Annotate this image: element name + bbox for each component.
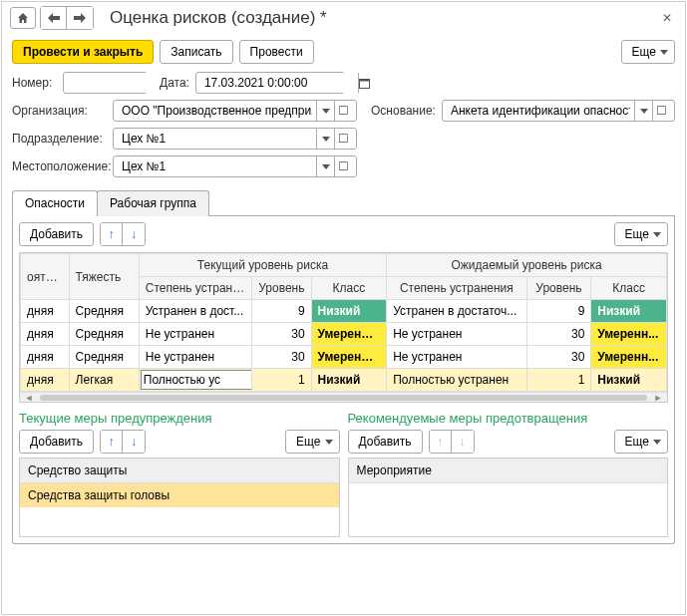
right-move-down-button[interactable]: ↓: [452, 431, 474, 453]
recommended-measures-title: Рекомендуемые меры предотвращения: [348, 411, 669, 426]
dept-label: Подразделение:: [12, 132, 107, 146]
right-move-up-button[interactable]: ↑: [430, 431, 452, 453]
arrow-right-icon: [74, 13, 86, 23]
recommended-measures-list[interactable]: Мероприятие: [348, 458, 669, 537]
loc-label: Местоположение:: [12, 159, 107, 173]
horizontal-scrollbar[interactable]: ◄ ►: [20, 392, 667, 402]
arrow-up-icon: ↑: [109, 227, 115, 241]
open-icon: ☐: [656, 104, 667, 118]
date-label: Дата:: [160, 76, 189, 90]
table-row[interactable]: дняяСредняяНе устранен30УмеренныйНе устр…: [21, 323, 667, 346]
basis-label: Основание:: [371, 104, 436, 118]
left-more-button[interactable]: Еще: [285, 430, 339, 454]
dept-open-button[interactable]: ☐: [334, 129, 352, 149]
org-open-button[interactable]: ☐: [334, 101, 352, 121]
col-exp-level: Уровень: [526, 277, 591, 300]
close-button[interactable]: ✕: [657, 8, 677, 28]
left-list-header: Средство защиты: [20, 459, 339, 483]
table-row[interactable]: дняяСредняяНе устранен30УмеренныйНе устр…: [21, 346, 667, 369]
left-move-down-button[interactable]: ↓: [123, 431, 145, 453]
basis-dropdown-button[interactable]: [634, 101, 652, 121]
more-button[interactable]: Еще: [621, 40, 675, 64]
grid-add-button[interactable]: Добавить: [19, 222, 94, 246]
chevron-down-icon: [325, 440, 333, 445]
mitigation-editor[interactable]: [141, 370, 252, 390]
chevron-down-icon: [322, 109, 330, 114]
arrow-left-icon: [48, 13, 60, 23]
scroll-left-icon[interactable]: ◄: [22, 393, 36, 403]
right-add-button[interactable]: Добавить: [348, 430, 423, 454]
chevron-down-icon: [653, 440, 661, 445]
left-move-up-button[interactable]: ↑: [101, 431, 123, 453]
chevron-down-icon: [653, 232, 661, 237]
col-exp-class: Класс: [591, 277, 667, 300]
chevron-down-icon: [660, 50, 668, 55]
org-label: Организация:: [12, 104, 107, 118]
right-more-button[interactable]: Еще: [614, 430, 668, 454]
grid-more-button[interactable]: Еще: [614, 222, 668, 246]
col-curr-level: Уровень: [252, 277, 311, 300]
close-icon: ✕: [662, 11, 672, 25]
scroll-thumb[interactable]: [40, 395, 647, 401]
table-row[interactable]: дняяЛегкая1НизкийПолностью устранен1Низк…: [21, 369, 667, 392]
open-icon: ☐: [338, 104, 349, 118]
list-item[interactable]: Средства защиты головы: [20, 483, 339, 507]
nav-group: [40, 6, 94, 30]
col-exp-mitig: Степень устранения: [387, 277, 526, 300]
col-severity: Тяжесть: [69, 254, 139, 300]
basis-input[interactable]: ☐: [442, 100, 675, 122]
open-icon: ☐: [338, 132, 349, 146]
dept-dropdown-button[interactable]: [316, 129, 334, 149]
col-expected-group: Ожидаемый уровень риска: [387, 254, 667, 277]
basis-open-button[interactable]: ☐: [652, 101, 670, 121]
arrow-down-icon: ↓: [460, 435, 466, 449]
post-button[interactable]: Провести: [239, 40, 314, 64]
tab-workgroup[interactable]: Рабочая группа: [97, 190, 209, 216]
chevron-down-icon: [322, 137, 330, 142]
dept-input[interactable]: ☐: [113, 128, 357, 150]
arrow-up-icon: ↑: [437, 435, 443, 449]
scroll-right-icon[interactable]: ►: [651, 393, 665, 403]
save-button[interactable]: Записать: [160, 40, 232, 64]
arrow-down-icon: ↓: [131, 227, 137, 241]
arrow-up-icon: ↑: [109, 435, 115, 449]
org-dropdown-button[interactable]: [316, 101, 334, 121]
risk-grid[interactable]: оятно... Тяжесть Текущий уровень риска О…: [19, 252, 668, 403]
svg-rect-1: [359, 79, 369, 81]
forward-button[interactable]: [67, 7, 93, 29]
loc-input[interactable]: ☐: [113, 155, 357, 177]
current-measures-title: Текущие меры предупреждения: [19, 411, 340, 426]
left-add-button[interactable]: Добавить: [19, 430, 94, 454]
col-probability: оятно...: [21, 254, 70, 300]
col-curr-class: Класс: [311, 277, 387, 300]
current-measures-list[interactable]: Средство защиты Средства защиты головы: [19, 458, 340, 537]
move-down-button[interactable]: ↓: [123, 223, 145, 245]
number-input[interactable]: [63, 72, 148, 94]
home-icon: [17, 12, 29, 24]
org-input[interactable]: ☐: [113, 100, 357, 122]
chevron-down-icon: [322, 164, 330, 169]
table-row[interactable]: дняяСредняяУстранен в дост...9НизкийУстр…: [21, 300, 667, 323]
arrow-down-icon: ↓: [131, 435, 137, 449]
post-and-close-button[interactable]: Провести и закрыть: [12, 40, 154, 64]
page-title: Оценка рисков (создание) *: [110, 8, 327, 28]
loc-dropdown-button[interactable]: [316, 156, 334, 176]
home-button[interactable]: [10, 7, 36, 29]
col-current-group: Текущий уровень риска: [139, 254, 386, 277]
loc-open-button[interactable]: ☐: [334, 156, 352, 176]
calendar-button[interactable]: [358, 73, 370, 93]
back-button[interactable]: [41, 7, 67, 29]
move-up-button[interactable]: ↑: [101, 223, 123, 245]
tab-dangers[interactable]: Опасности: [12, 190, 98, 216]
right-list-header: Мероприятие: [349, 459, 668, 483]
chevron-down-icon: [640, 109, 648, 114]
date-input[interactable]: [195, 72, 345, 94]
calendar-icon: [359, 78, 370, 89]
col-curr-mitig: Степень устранения: [139, 277, 251, 300]
number-label: Номер:: [12, 76, 57, 90]
open-icon: ☐: [338, 159, 349, 173]
